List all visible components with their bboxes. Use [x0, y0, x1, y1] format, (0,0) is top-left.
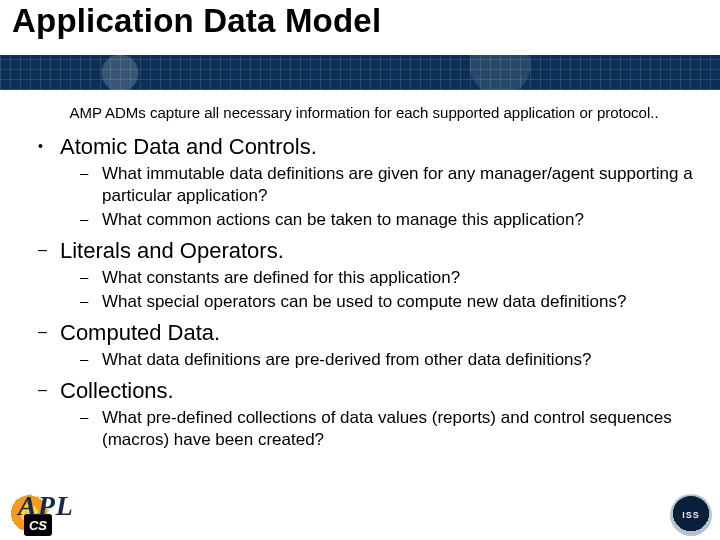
- title-band: Application Data Model: [0, 0, 720, 90]
- footer: CS APL: [0, 494, 720, 540]
- list-item: What immutable data definitions are give…: [102, 163, 698, 207]
- logo-center: APL: [0, 490, 720, 522]
- section-literals: Literals and Operators. What constants a…: [60, 237, 698, 313]
- section-heading: Computed Data.: [60, 320, 220, 345]
- section-atomic: Atomic Data and Controls. What immutable…: [60, 133, 698, 231]
- section-heading: Literals and Operators.: [60, 238, 284, 263]
- list-item: What pre-defined collections of data val…: [102, 407, 698, 451]
- content-area: AMP ADMs capture all necessary informati…: [0, 90, 720, 451]
- section-items: What constants are defined for this appl…: [60, 267, 698, 313]
- slide: Application Data Model AMP ADMs capture …: [0, 0, 720, 540]
- section-collections: Collections. What pre-defined collection…: [60, 377, 698, 451]
- intro-text: AMP ADMs capture all necessary informati…: [48, 104, 680, 123]
- list-item: What common actions can be taken to mana…: [102, 209, 698, 231]
- list-item: What constants are defined for this appl…: [102, 267, 698, 289]
- section-items: What data definitions are pre-derived fr…: [60, 349, 698, 371]
- section-items: What immutable data definitions are give…: [60, 163, 698, 230]
- list-item: What special operators can be used to co…: [102, 291, 698, 313]
- outline-list: Atomic Data and Controls. What immutable…: [30, 133, 698, 451]
- section-items: What pre-defined collections of data val…: [60, 407, 698, 451]
- iss-badge-icon: [670, 494, 712, 536]
- section-heading: Atomic Data and Controls.: [60, 134, 317, 159]
- blueprint-background: [0, 55, 720, 90]
- section-computed: Computed Data. What data definitions are…: [60, 319, 698, 371]
- section-heading: Collections.: [60, 378, 174, 403]
- list-item: What data definitions are pre-derived fr…: [102, 349, 698, 371]
- slide-title: Application Data Model: [12, 2, 381, 40]
- logo-right: [670, 494, 712, 536]
